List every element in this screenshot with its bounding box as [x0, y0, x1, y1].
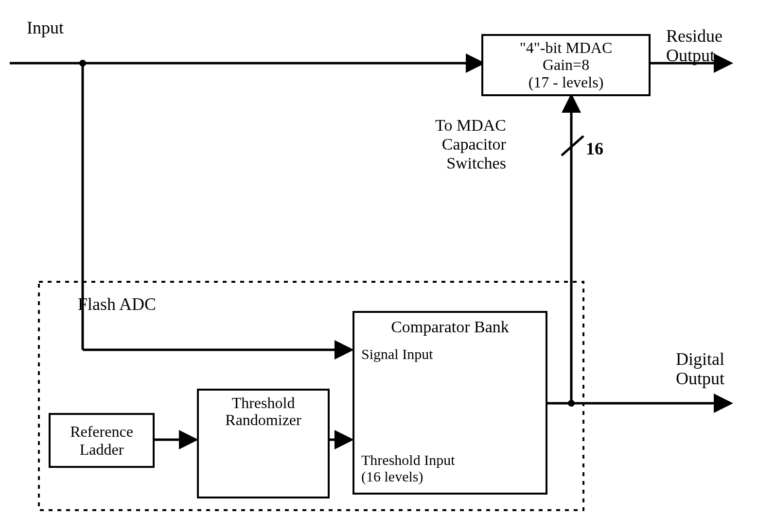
- comparator-threshold-input-line1: Threshold Input: [361, 452, 455, 468]
- flash-adc-label: Flash ADC: [78, 294, 156, 314]
- to-mdac-switches-label: To MDAC Capacitor Switches: [435, 116, 506, 172]
- residue-output-line1: Residue: [666, 27, 723, 46]
- input-label: Input: [27, 17, 64, 38]
- mdac-line1: "4"-bit MDAC: [520, 39, 613, 56]
- to-mdac-line2: Capacitor: [435, 135, 506, 154]
- comparator-signal-input-label: Signal Input: [361, 346, 433, 362]
- threshold-randomizer-line2: Randomizer: [225, 412, 301, 429]
- threshold-randomizer-block: Threshold Randomizer: [197, 389, 330, 498]
- node-input-tap: [79, 60, 86, 67]
- reference-ladder-line1: Reference: [70, 423, 133, 441]
- bus-width-label: 16: [586, 138, 603, 159]
- mdac-line3: (17 - levels): [529, 74, 604, 91]
- threshold-randomizer-line1: Threshold: [232, 395, 295, 412]
- digital-output-line2: Output: [676, 369, 724, 389]
- reference-ladder-line2: Ladder: [80, 441, 124, 459]
- mdac-line2: Gain=8: [543, 56, 589, 73]
- comparator-bank-block: Comparator Bank Signal Input Threshold I…: [353, 311, 547, 495]
- mdac-block: "4"-bit MDAC Gain=8 (17 - levels): [481, 34, 651, 96]
- diagram-stage: Input Residue Output Digital Output Flas…: [0, 0, 758, 532]
- comparator-bank-title: Comparator Bank: [391, 318, 509, 336]
- node-digital-tap: [568, 400, 575, 407]
- to-mdac-line1: To MDAC: [435, 116, 506, 135]
- residue-output-line2: Output: [666, 46, 723, 66]
- digital-output-line1: Digital: [676, 350, 724, 369]
- reference-ladder-block: Reference Ladder: [49, 413, 155, 468]
- to-mdac-line3: Switches: [435, 154, 506, 172]
- bus-slash: [562, 136, 583, 155]
- residue-output-label: Residue Output: [666, 27, 723, 65]
- comparator-threshold-input-line2: (16 levels): [361, 468, 423, 485]
- digital-output-label: Digital Output: [676, 350, 724, 388]
